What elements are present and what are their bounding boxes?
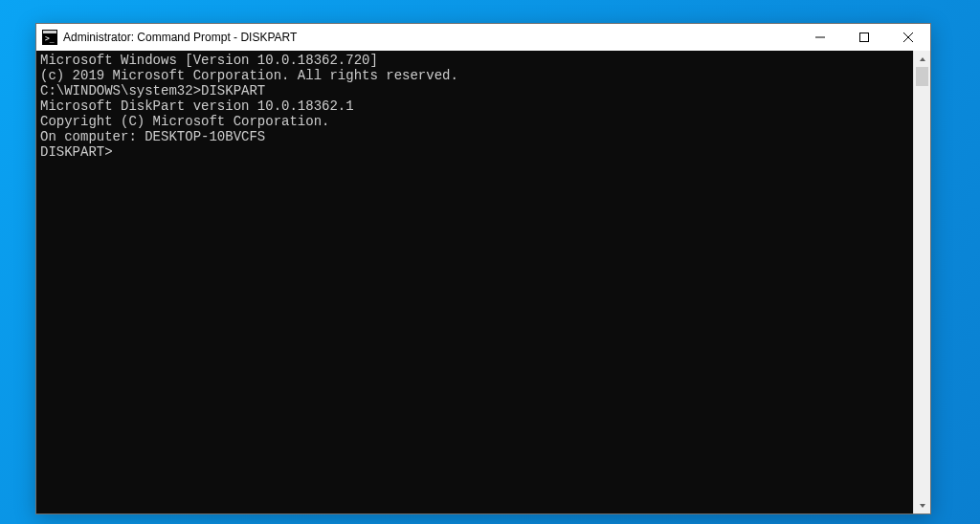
client-area: Microsoft Windows [Version 10.0.18362.72… (36, 51, 930, 513)
svg-text:>_: >_ (45, 34, 55, 43)
terminal-line: DISKPART> (40, 144, 913, 160)
titlebar[interactable]: >_ Administrator: Command Prompt - DISKP… (36, 24, 930, 51)
terminal-line: Microsoft Windows [Version 10.0.18362.72… (40, 53, 913, 68)
close-button[interactable] (886, 24, 930, 51)
svg-rect-4 (860, 33, 869, 42)
svg-marker-8 (920, 504, 925, 508)
terminal-line: On computer: DESKTOP-10BVCFS (40, 129, 913, 144)
scroll-up-button[interactable] (914, 51, 930, 67)
svg-rect-1 (43, 31, 56, 33)
window-title: Administrator: Command Prompt - DISKPART (63, 31, 297, 44)
terminal-line: Copyright (C) Microsoft Corporation. (40, 114, 913, 129)
scrollbar-thumb[interactable] (916, 67, 928, 86)
terminal-line: (c) 2019 Microsoft Corporation. All righ… (40, 68, 913, 83)
terminal-line: Microsoft DiskPart version 10.0.18362.1 (40, 98, 913, 114)
minimize-button[interactable] (798, 24, 842, 51)
vertical-scrollbar[interactable] (913, 51, 930, 513)
terminal-line: C:\WINDOWS\system32>DISKPART (40, 83, 913, 98)
cmd-icon: >_ (42, 30, 57, 45)
maximize-button[interactable] (842, 24, 886, 51)
command-prompt-window: >_ Administrator: Command Prompt - DISKP… (35, 23, 931, 514)
terminal-output[interactable]: Microsoft Windows [Version 10.0.18362.72… (36, 51, 913, 513)
window-controls (798, 24, 930, 51)
scrollbar-track[interactable] (914, 67, 930, 497)
scroll-down-button[interactable] (914, 497, 930, 513)
svg-marker-7 (920, 57, 925, 61)
